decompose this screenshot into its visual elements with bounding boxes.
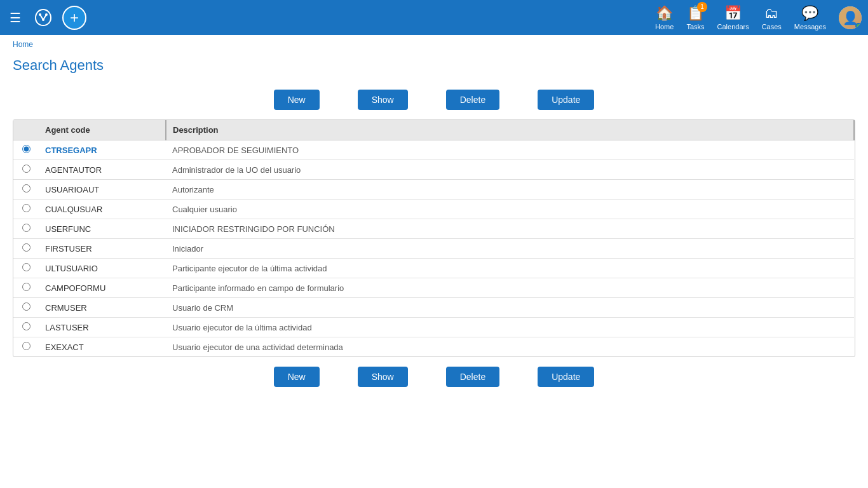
main-content: New Show Delete Update Agent code Descri…: [0, 83, 868, 403]
row-radio-CUALQUSUAR[interactable]: [22, 204, 31, 212]
radio-cell: [13, 160, 39, 180]
radio-cell: [13, 140, 39, 160]
nav-tasks-label: Tasks: [686, 23, 704, 30]
agent-description-cell: Usuario ejecutor de una actividad determ…: [166, 337, 854, 357]
row-radio-AGENTAUTOR[interactable]: [22, 165, 31, 173]
home-icon: 🏠: [656, 5, 673, 22]
table-row[interactable]: USUARIOAUTAutorizante: [13, 180, 854, 200]
agent-description-cell: Usuario ejecutor de la última actividad: [166, 318, 854, 337]
logo-icon: [31, 5, 56, 30]
table-row[interactable]: ULTUSUARIOParticipante ejecutor de la úl…: [13, 259, 854, 278]
nav-messages[interactable]: 💬 Messages: [794, 5, 826, 30]
agent-code-cell: USUARIOAUT: [39, 180, 166, 200]
agent-code-cell: USERFUNC: [39, 219, 166, 239]
table-row[interactable]: CRMUSERUsuario de CRM: [13, 298, 854, 318]
avatar[interactable]: 👤: [839, 6, 862, 29]
agent-code-cell: EXEXACT: [39, 337, 166, 357]
row-radio-USERFUNC[interactable]: [22, 224, 31, 232]
agent-code-cell: CAMPOFORMU: [39, 278, 166, 298]
tasks-icon: 📋 1: [687, 5, 704, 22]
toolbar-top: New Show Delete Update: [13, 90, 855, 110]
agent-description-cell: Administrador de la UO del usuario: [166, 160, 854, 180]
agent-description-cell: Cualquier usuario: [166, 200, 854, 219]
table-row[interactable]: CUALQUSUARCualquier usuario: [13, 200, 854, 219]
breadcrumb-home[interactable]: Home: [13, 40, 33, 49]
agent-code-cell: CRMUSER: [39, 298, 166, 318]
col-header-agent-code: Agent code: [39, 120, 166, 140]
agent-description-cell: INICIADOR RESTRINGIDO POR FUNCIÓN: [166, 219, 854, 239]
row-radio-CAMPOFORMU[interactable]: [22, 283, 31, 291]
agent-description-cell: Usuario de CRM: [166, 298, 854, 318]
breadcrumb: Home: [0, 35, 868, 54]
row-radio-LASTUSER[interactable]: [22, 322, 31, 330]
row-radio-CRMUSER[interactable]: [22, 302, 31, 311]
row-radio-FIRSTUSER[interactable]: [22, 243, 31, 252]
update-button-bottom[interactable]: Update: [538, 367, 594, 387]
table-row[interactable]: CTRSEGAPRAPROBADOR DE SEGUIMIENTO: [13, 140, 854, 160]
tasks-badge: 1: [697, 2, 707, 12]
radio-cell: [13, 200, 39, 219]
agent-code-cell: CTRSEGAPR: [39, 140, 166, 160]
toolbar-bottom: New Show Delete Update: [13, 367, 855, 387]
col-header-description: Description: [166, 120, 854, 140]
topbar-left: ☰ +: [6, 5, 86, 30]
agent-code-cell: ULTUSUARIO: [39, 259, 166, 278]
radio-cell: [13, 239, 39, 259]
col-header-radio: [13, 120, 39, 140]
nav-calendars-label: Calendars: [717, 23, 749, 30]
table-row[interactable]: USERFUNCINICIADOR RESTRINGIDO POR FUNCIÓ…: [13, 219, 854, 239]
delete-button-bottom[interactable]: Delete: [446, 367, 499, 387]
delete-button-top[interactable]: Delete: [446, 90, 499, 110]
table-row[interactable]: AGENTAUTORAdministrador de la UO del usu…: [13, 160, 854, 180]
table-row[interactable]: EXEXACTUsuario ejecutor de una actividad…: [13, 337, 854, 357]
nav-home[interactable]: 🏠 Home: [655, 5, 674, 30]
row-radio-USUARIOAUT[interactable]: [22, 184, 31, 193]
svg-point-0: [39, 13, 41, 16]
show-button-top[interactable]: Show: [358, 90, 408, 110]
agent-code-cell: LASTUSER: [39, 318, 166, 337]
messages-icon: 💬: [801, 5, 818, 22]
nav-home-label: Home: [655, 23, 674, 30]
radio-cell: [13, 180, 39, 200]
agent-description-cell: Participante informado en campo de formu…: [166, 278, 854, 298]
add-button[interactable]: +: [62, 6, 86, 30]
radio-cell: [13, 219, 39, 239]
radio-cell: [13, 298, 39, 318]
row-radio-EXEXACT[interactable]: [22, 342, 31, 350]
svg-point-2: [42, 18, 44, 21]
topbar: ☰ + 🏠 Home 📋 1 Tasks 📅 Calendars: [0, 0, 868, 35]
table-header-row: Agent code Description: [13, 120, 854, 140]
table-body: CTRSEGAPRAPROBADOR DE SEGUIMIENTOAGENTAU…: [13, 140, 854, 357]
agent-description-cell: Participante ejecutor de la última activ…: [166, 259, 854, 278]
nav-tasks[interactable]: 📋 1 Tasks: [686, 5, 704, 30]
new-button-bottom[interactable]: New: [274, 367, 320, 387]
topbar-right: 🏠 Home 📋 1 Tasks 📅 Calendars 🗂 Cases 💬 M…: [655, 5, 862, 30]
agent-description-cell: Iniciador: [166, 239, 854, 259]
table-row[interactable]: CAMPOFORMUParticipante informado en camp…: [13, 278, 854, 298]
radio-cell: [13, 278, 39, 298]
nav-cases-label: Cases: [762, 23, 782, 30]
calendars-icon: 📅: [724, 5, 742, 22]
table-row[interactable]: LASTUSERUsuario ejecutor de la última ac…: [13, 318, 854, 337]
agent-code-cell: AGENTAUTOR: [39, 160, 166, 180]
online-indicator: [855, 23, 862, 29]
page-title: Search Agents: [0, 54, 868, 83]
cases-icon: 🗂: [764, 5, 778, 22]
agent-description-cell: APROBADOR DE SEGUIMIENTO: [166, 140, 854, 160]
table-row[interactable]: FIRSTUSERIniciador: [13, 239, 854, 259]
agent-description-cell: Autorizante: [166, 180, 854, 200]
svg-point-1: [45, 13, 48, 16]
new-button-top[interactable]: New: [274, 90, 320, 110]
nav-calendars[interactable]: 📅 Calendars: [717, 5, 749, 30]
nav-cases[interactable]: 🗂 Cases: [762, 5, 782, 30]
nav-messages-label: Messages: [794, 23, 826, 30]
hamburger-icon[interactable]: ☰: [6, 7, 24, 29]
show-button-bottom[interactable]: Show: [358, 367, 408, 387]
radio-cell: [13, 337, 39, 357]
radio-cell: [13, 318, 39, 337]
update-button-top[interactable]: Update: [538, 90, 594, 110]
row-radio-CTRSEGAPR[interactable]: [22, 145, 31, 153]
data-table-container: Agent code Description CTRSEGAPRAPROBADO…: [13, 119, 855, 357]
agent-code-cell: CUALQUSUAR: [39, 200, 166, 219]
row-radio-ULTUSUARIO[interactable]: [22, 263, 31, 271]
